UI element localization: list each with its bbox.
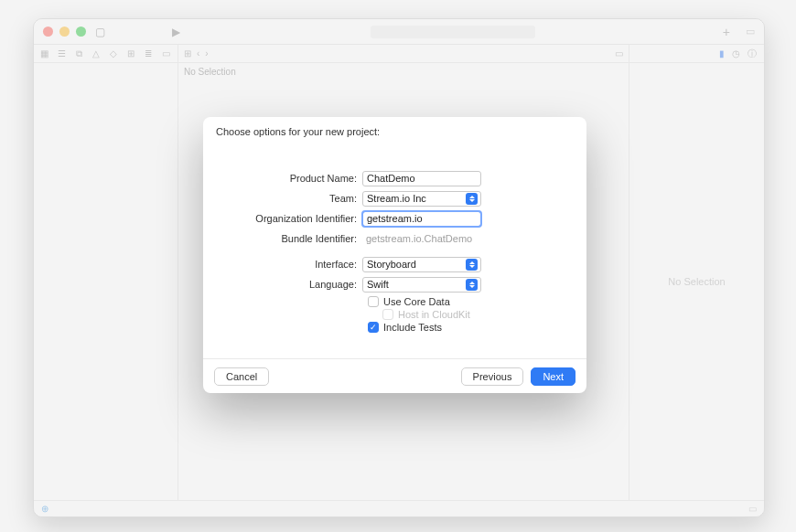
host-in-cloudkit-label: Host in CloudKit <box>398 309 470 320</box>
include-tests-label: Include Tests <box>383 322 442 333</box>
interface-popup-value: Storyboard <box>367 259 416 270</box>
next-button[interactable]: Next <box>531 367 575 386</box>
org-identifier-field[interactable] <box>362 211 481 227</box>
checkbox-checked-icon: ✓ <box>368 322 379 333</box>
bundle-identifier-label: Bundle Identifier: <box>216 233 362 244</box>
product-name-label: Product Name: <box>216 173 362 184</box>
sheet-title: Choose options for your new project: <box>203 117 586 144</box>
team-popup[interactable]: Stream.io Inc <box>362 191 481 207</box>
chevron-updown-icon <box>466 193 478 205</box>
sheet-form: Product Name: Team: Stream.io Inc Organi… <box>203 144 586 358</box>
language-popup-value: Swift <box>367 279 389 290</box>
chevron-updown-icon <box>466 279 478 291</box>
previous-button[interactable]: Previous <box>461 367 524 386</box>
interface-label: Interface: <box>216 259 362 270</box>
language-label: Language: <box>216 279 362 290</box>
interface-popup[interactable]: Storyboard <box>362 257 481 272</box>
org-identifier-label: Organization Identifier: <box>216 213 362 224</box>
chevron-updown-icon <box>466 259 478 271</box>
new-project-sheet: Choose options for your new project: Pro… <box>203 117 586 393</box>
host-in-cloudkit-checkbox: Host in CloudKit <box>382 309 574 320</box>
language-popup[interactable]: Swift <box>362 277 481 293</box>
use-core-data-checkbox[interactable]: Use Core Data <box>368 296 574 307</box>
checkbox-icon <box>382 309 393 320</box>
sheet-footer: Cancel Previous Next <box>203 358 586 393</box>
use-core-data-label: Use Core Data <box>383 296 450 307</box>
bundle-identifier-value: getstream.io.ChatDemo <box>362 233 481 244</box>
team-label: Team: <box>216 193 362 204</box>
checkbox-icon <box>368 296 379 307</box>
cancel-button[interactable]: Cancel <box>214 367 269 386</box>
team-popup-value: Stream.io Inc <box>367 193 426 204</box>
product-name-field[interactable] <box>362 171 481 186</box>
include-tests-checkbox[interactable]: ✓ Include Tests <box>368 322 574 333</box>
